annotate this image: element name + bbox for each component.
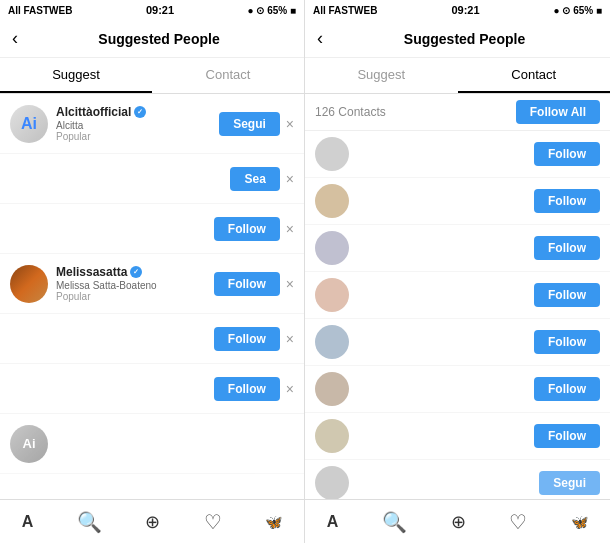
right-tab-contact[interactable]: Contact <box>458 58 611 93</box>
left-tab-suggest[interactable]: Suggest <box>0 58 152 93</box>
right-follow-button-4[interactable]: Follow <box>534 283 600 307</box>
right-follow-button-1[interactable]: Follow <box>534 142 600 166</box>
right-follow-button-5[interactable]: Follow <box>534 330 600 354</box>
left-sea-button[interactable]: Sea <box>230 167 279 191</box>
left-nav-search-icon[interactable]: 🔍 <box>77 510 102 534</box>
right-follow-button-3[interactable]: Follow <box>534 236 600 260</box>
right-header-title: Suggested People <box>331 31 598 47</box>
right-contact-count: 126 Contacts <box>315 105 386 119</box>
right-contact-row-8: Segui <box>305 460 610 499</box>
right-nav-add-icon[interactable]: ⊕ <box>451 511 466 533</box>
right-contact-row-7: Follow <box>305 413 610 460</box>
right-follow-all-button[interactable]: Follow All <box>516 100 600 124</box>
left-dismiss-3[interactable]: × <box>286 331 294 347</box>
right-contact-row-1: Follow <box>305 131 610 178</box>
right-bottom-nav: A 🔍 ⊕ ♡ 🦋 <box>305 499 610 543</box>
right-panel: All FASTWEB 09:21 ● ⊙ 65% ■ ‹ Suggested … <box>305 0 610 543</box>
right-contact-count-row: 126 Contacts Follow All <box>305 94 610 131</box>
left-nav-home-icon[interactable]: A <box>22 513 34 531</box>
right-carrier: All FASTWEB <box>313 5 377 16</box>
right-back-button[interactable]: ‹ <box>317 28 323 49</box>
left-empty-row-3: Follow × <box>0 314 304 364</box>
left-dismiss-alcita[interactable]: × <box>286 116 294 132</box>
left-dismiss-2[interactable]: × <box>286 221 294 237</box>
right-time: 09:21 <box>451 4 479 16</box>
right-nav-profile-icon[interactable]: 🦋 <box>571 514 588 530</box>
right-follow-button-2[interactable]: Follow <box>534 189 600 213</box>
left-nav-add-icon[interactable]: ⊕ <box>145 511 160 533</box>
left-status-bar: All FASTWEB 09:21 ● ⊙ 65% ■ <box>0 0 304 20</box>
right-contact-avatar-8 <box>315 466 349 499</box>
left-header-title: Suggested People <box>26 31 292 47</box>
left-nav-profile-icon[interactable]: 🦋 <box>265 514 282 530</box>
right-nav-home-icon[interactable]: A <box>327 513 339 531</box>
avatar-alcita: Ai <box>10 105 48 143</box>
right-contact-row-3: Follow <box>305 225 610 272</box>
right-nav-search-icon[interactable]: 🔍 <box>382 510 407 534</box>
left-empty-row-4: Follow × <box>0 364 304 414</box>
left-person-alcita-info: Alcittàofficial ✓ Alcitta Popular <box>56 105 219 142</box>
left-nav-heart-icon[interactable]: ♡ <box>204 510 222 534</box>
right-status-icons: ● ⊙ 65% ■ <box>554 5 602 16</box>
left-tabs: Suggest Contact <box>0 58 304 94</box>
left-person-bottom: Ai <box>0 414 304 474</box>
left-follow-button-2[interactable]: Follow <box>214 217 280 241</box>
left-person-melissa: Melissasatta ✓ Melissa Satta-Boateno Pop… <box>0 254 304 314</box>
left-back-button[interactable]: ‹ <box>12 28 18 49</box>
left-person-alcita-handle: Alcitta <box>56 120 219 131</box>
left-empty-row-1: Sea × <box>0 154 304 204</box>
right-status-bar: All FASTWEB 09:21 ● ⊙ 65% ■ <box>305 0 610 20</box>
right-follow-button-7[interactable]: Follow <box>534 424 600 448</box>
avatar-bottom: Ai <box>10 425 48 463</box>
right-segui-button-8[interactable]: Segui <box>539 471 600 495</box>
right-contact-avatar-4 <box>315 278 349 312</box>
left-person-melissa-handle: Melissa Satta-Boateno <box>56 280 214 291</box>
avatar-melissa <box>10 265 48 303</box>
right-contact-avatar-6 <box>315 372 349 406</box>
left-follow-button-3[interactable]: Follow <box>214 327 280 351</box>
right-contact-avatar-2 <box>315 184 349 218</box>
right-header: ‹ Suggested People <box>305 20 610 58</box>
left-dismiss-1[interactable]: × <box>286 171 294 187</box>
left-header: ‹ Suggested People <box>0 20 304 58</box>
verified-badge-melissa: ✓ <box>130 266 142 278</box>
left-person-melissa-tag: Popular <box>56 291 214 302</box>
left-content: Ai Alcittàofficial ✓ Alcitta Popular Seg… <box>0 94 304 499</box>
right-contact-avatar-7 <box>315 419 349 453</box>
right-contact-row-2: Follow <box>305 178 610 225</box>
left-person-melissa-info: Melissasatta ✓ Melissa Satta-Boateno Pop… <box>56 265 214 302</box>
left-panel: All FASTWEB 09:21 ● ⊙ 65% ■ ‹ Suggested … <box>0 0 305 543</box>
left-tab-contact[interactable]: Contact <box>152 58 304 93</box>
right-follow-button-6[interactable]: Follow <box>534 377 600 401</box>
right-nav-heart-icon[interactable]: ♡ <box>509 510 527 534</box>
left-status-icons: ● ⊙ 65% ■ <box>248 5 296 16</box>
right-content: 126 Contacts Follow All Follow Follow Fo… <box>305 94 610 499</box>
left-empty-row-2: Follow × <box>0 204 304 254</box>
left-person-alcita-name: Alcittàofficial ✓ <box>56 105 219 119</box>
left-person-melissa-name: Melissasatta ✓ <box>56 265 214 279</box>
left-segui-button-alcita[interactable]: Segui <box>219 112 280 136</box>
verified-badge-alcita: ✓ <box>134 106 146 118</box>
right-contact-avatar-1 <box>315 137 349 171</box>
right-tab-suggest[interactable]: Suggest <box>305 58 458 93</box>
left-person-alcita: Ai Alcittàofficial ✓ Alcitta Popular Seg… <box>0 94 304 154</box>
left-carrier: All FASTWEB <box>8 5 72 16</box>
right-contact-avatar-3 <box>315 231 349 265</box>
left-dismiss-melissa[interactable]: × <box>286 276 294 292</box>
right-contact-row-4: Follow <box>305 272 610 319</box>
left-follow-button-4[interactable]: Follow <box>214 377 280 401</box>
left-follow-button-melissa[interactable]: Follow <box>214 272 280 296</box>
left-dismiss-4[interactable]: × <box>286 381 294 397</box>
right-contact-row-6: Follow <box>305 366 610 413</box>
left-time: 09:21 <box>146 4 174 16</box>
right-contact-row-5: Follow <box>305 319 610 366</box>
right-tabs: Suggest Contact <box>305 58 610 94</box>
left-bottom-nav: A 🔍 ⊕ ♡ 🦋 <box>0 499 304 543</box>
left-person-alcita-tag: Popular <box>56 131 219 142</box>
right-contact-avatar-5 <box>315 325 349 359</box>
